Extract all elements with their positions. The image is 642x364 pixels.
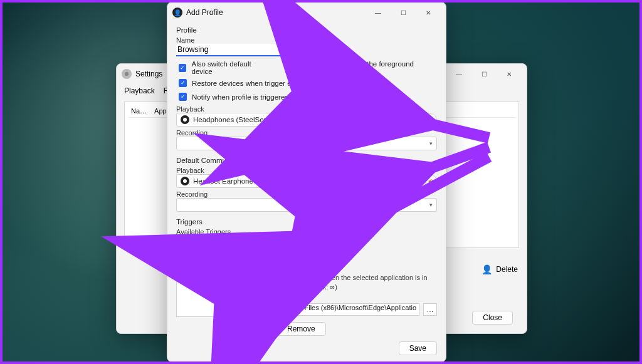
active-triggers-label: Active Triggers — [176, 257, 254, 264]
available-trigger-select[interactable]: Application path ▾ — [176, 237, 258, 251]
playback-label: Playback — [176, 105, 437, 113]
minimize-button[interactable]: — — [366, 4, 391, 21]
save-profile-button[interactable]: Save — [399, 341, 437, 355]
reset-comm-playback-button[interactable]: ⟲ — [424, 175, 437, 187]
chk-notify-label: Notify when profile is triggered — [192, 93, 289, 101]
reset-playback-button[interactable]: ⟲ — [424, 113, 437, 126]
add-trigger-button[interactable]: Add — [265, 237, 300, 251]
chk-switch-foreground[interactable] — [316, 64, 324, 72]
chevron-down-icon: ▾ — [429, 202, 433, 208]
recording-device-select[interactable]: ▾ — [176, 137, 437, 150]
gear-icon — [122, 69, 132, 79]
trigger-detail-name: Application path — [264, 256, 437, 263]
active-trigger-item[interactable]: Application path — [177, 265, 253, 275]
profile-name-input[interactable] — [176, 44, 312, 56]
trigger-desc: Activate the profile when the selected a… — [264, 273, 437, 292]
delete-profile-row: 👤 Delete — [482, 264, 519, 274]
maximize-button[interactable]: ☐ — [471, 65, 497, 83]
comm-playback-select[interactable]: Headset Earphone (SteelSeries Arctis 9 C… — [176, 174, 421, 188]
tab-playback[interactable]: Playback — [124, 84, 155, 98]
chevron-down-icon: ▾ — [250, 241, 253, 247]
remove-trigger-button[interactable]: Remove — [276, 322, 326, 336]
recording-label: Recording — [176, 129, 437, 137]
browse-path-button[interactable]: … — [423, 303, 437, 316]
maximize-button[interactable]: ☐ — [391, 4, 416, 21]
addprofile-title: Add Profile — [186, 8, 223, 17]
available-triggers-label: Available Triggers — [176, 228, 437, 236]
comm-playback-label: Playback — [176, 167, 437, 174]
comm-playback-value: Headset Earphone (SteelSeries Arctis 9 C… — [193, 177, 340, 185]
playback-device-value: Headphones (SteelSeries Arctis 9 Game) — [193, 116, 325, 123]
close-button[interactable]: ✕ — [416, 4, 441, 21]
comm-recording-label: Recording — [176, 190, 437, 198]
close-settings-button[interactable]: Close — [472, 311, 513, 325]
add-profile-window: 👤 Add Profile — ☐ ✕ Profile Name Also sw… — [167, 2, 446, 362]
chk-restore[interactable] — [179, 79, 187, 87]
minimize-button[interactable]: — — [446, 65, 471, 83]
active-triggers-list[interactable]: Application path — [176, 264, 254, 317]
chk-switch-default[interactable] — [179, 64, 186, 72]
playback-device-select[interactable]: Headphones (SteelSeries Arctis 9 Game) ▾ — [176, 113, 421, 127]
triggers-section-label: Triggers — [176, 218, 437, 226]
trigger-desc-label: Description — [264, 266, 437, 273]
chk-switch-default-label: Also switch default device — [191, 60, 270, 75]
trigger-path-input[interactable]: C:\Program Files (x86)\Microsoft\Edge\Ap… — [264, 303, 419, 316]
chevron-down-icon: ▾ — [413, 117, 416, 123]
user-minus-icon: 👤 — [482, 264, 492, 274]
chevron-down-icon: ▾ — [429, 140, 433, 147]
name-label: Name — [176, 36, 437, 44]
chk-switch-foreground-label: Also switch the foreground program — [329, 60, 438, 75]
chevron-down-icon: ▾ — [413, 178, 416, 184]
comm-recording-select[interactable]: ▾ — [176, 198, 437, 212]
settings-title: Settings — [135, 70, 162, 78]
addprofile-titlebar[interactable]: 👤 Add Profile — ☐ ✕ — [167, 3, 446, 23]
col-name[interactable]: Na… — [131, 107, 147, 115]
chk-restore-label: Restore devices when trigger ends — [192, 80, 303, 87]
delete-button[interactable]: Delete — [495, 265, 519, 274]
available-trigger-value: Application path — [181, 240, 232, 247]
profile-section-label: Profile — [176, 26, 437, 34]
comm-section-label: Default Communication Device — [176, 157, 437, 164]
close-button[interactable]: ✕ — [497, 65, 522, 83]
headphones-icon — [181, 115, 189, 124]
user-icon: 👤 — [172, 8, 182, 18]
headset-icon — [181, 177, 189, 185]
chk-notify[interactable] — [179, 93, 187, 101]
